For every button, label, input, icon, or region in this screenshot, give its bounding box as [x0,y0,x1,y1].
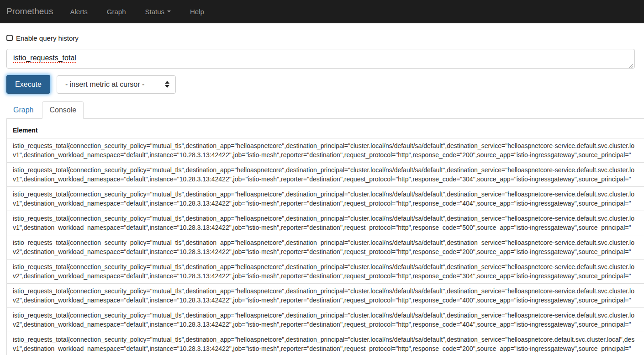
nav-item-help-label: Help [190,8,204,16]
query-expression-input[interactable]: istio_requests_total [6,49,635,69]
console-panel: Element istio_requests_total{connection_… [6,119,644,355]
metric-text: istio_requests_total{connection_security… [13,262,644,271]
nav-item-help[interactable]: Help [180,8,214,16]
metric-text: istio_requests_total{connection_security… [13,311,644,320]
metric-text: v1",destination_workload_namespace="defa… [13,175,644,184]
metric-text: istio_requests_total{connection_security… [13,165,644,175]
table-row: istio_requests_total{connection_security… [7,332,644,355]
table-row: istio_requests_total{connection_security… [7,138,644,163]
element-column-header: Element [7,119,644,138]
query-controls: Execute - insert metric at cursor - [6,75,644,94]
metric-text: v2",destination_workload_namespace="defa… [13,296,644,305]
select-updown-icon [165,81,169,88]
metric-text: v1",destination_workload_namespace="defa… [13,199,644,208]
insert-metric-select-value: - insert metric at cursor - [65,80,144,89]
enable-query-history-label[interactable]: Enable query history [16,34,79,42]
table-row: istio_requests_total{connection_security… [7,235,644,260]
chevron-down-icon [167,11,171,12]
query-history-row: Enable query history [6,34,644,42]
table-row: istio_requests_total{connection_security… [7,260,644,284]
nav-item-status[interactable]: Status [136,8,181,16]
metric-text: istio_requests_total{connection_security… [13,190,644,199]
nav-item-graph[interactable]: Graph [97,8,136,16]
table-row: istio_requests_total{connection_security… [7,284,644,308]
tab-bar: Graph Console [6,101,644,119]
metric-text: v1",destination_workload_namespace="defa… [13,223,644,232]
enable-query-history-checkbox[interactable] [6,35,13,41]
metric-text: v2",destination_workload_namespace="defa… [13,247,644,256]
tab-graph[interactable]: Graph [6,102,40,118]
metric-text: v1",destination_workload_namespace="defa… [13,344,644,353]
result-tabs-area: Graph Console Element istio_requests_tot… [6,101,644,355]
nav-item-status-label: Status [145,8,165,16]
metric-text: istio_requests_total{connection_security… [13,286,644,296]
metric-text: v2",destination_workload_namespace="defa… [13,271,644,281]
metric-text: istio_requests_total{connection_security… [13,335,644,344]
page-content: Enable query history istio_requests_tota… [0,34,644,355]
table-row: istio_requests_total{connection_security… [7,308,644,332]
query-expression-value: istio_requests_total [13,54,76,63]
table-row: istio_requests_total{connection_security… [7,187,644,211]
execute-button[interactable]: Execute [6,75,50,94]
table-row: istio_requests_total{connection_security… [7,211,644,235]
metric-text: istio_requests_total{connection_security… [13,141,644,150]
nav-item-alerts[interactable]: Alerts [60,8,97,16]
resize-handle-icon[interactable] [628,62,633,67]
nav-item-graph-label: Graph [107,8,126,16]
tab-console[interactable]: Console [42,101,84,119]
metric-text: v1",destination_workload_namespace="defa… [13,150,644,159]
metric-text: istio_requests_total{connection_security… [13,214,644,223]
nav-item-alerts-label: Alerts [70,8,87,16]
navbar: Prometheus Alerts Graph Status Help [0,0,644,23]
table-row: istio_requests_total{connection_security… [7,163,644,187]
metric-text: istio_requests_total{connection_security… [13,238,644,247]
brand-link[interactable]: Prometheus [6,6,53,16]
metric-text: v2",destination_workload_namespace="defa… [13,320,644,329]
insert-metric-select[interactable]: - insert metric at cursor - [57,75,176,94]
